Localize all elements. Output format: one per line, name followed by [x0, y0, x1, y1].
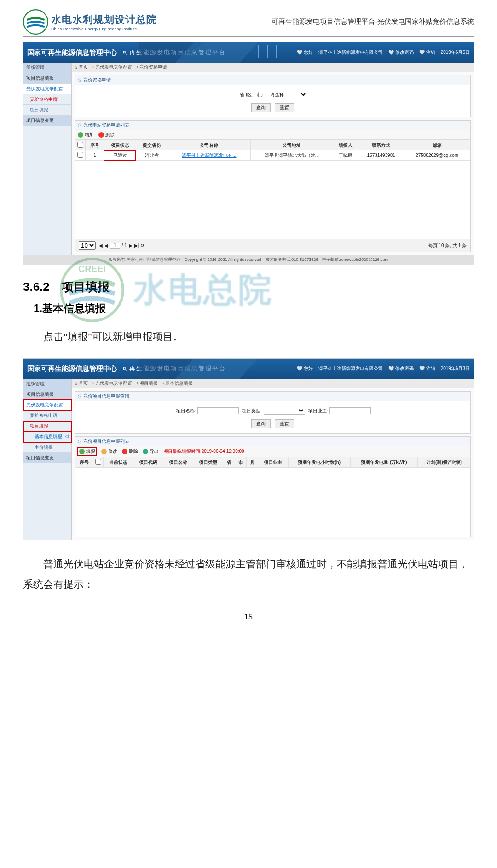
deadline: 项目最晚填报时间:2019-06-04 12:00:00: [163, 448, 244, 455]
change-password[interactable]: 修改密码: [388, 49, 414, 56]
breadcrumb: 首页 光伏发电竞争配置 项目填报 基本信息填报: [72, 379, 474, 388]
sidebar-item-active[interactable]: 光伏发电竞争配置: [23, 400, 71, 411]
project-owner-input[interactable]: [329, 407, 371, 414]
panel-title: 竞价项目信息申报列表: [75, 437, 470, 446]
date: 2019年6月5日: [441, 49, 470, 56]
result-table: 序号 当前状态 项目代码 项目名称 项目类型 省 市 县 项目业主 预期年发电小…: [75, 457, 470, 468]
status-cell: 已通过: [104, 150, 136, 161]
add-button[interactable]: 增加: [78, 132, 94, 138]
delete-button[interactable]: 删除: [122, 448, 138, 455]
pager: 10 |◀◀ / 1 ▶▶|⟳ 每页 10 条, 共 1 条: [75, 239, 470, 252]
watermark: CREEI 水电总院: [60, 258, 273, 322]
sidebar-item[interactable]: 电价填报: [23, 442, 71, 453]
sidebar-item[interactable]: 组织管理: [23, 63, 71, 73]
sidebar-item[interactable]: 项目信息变更: [23, 116, 71, 126]
select-all[interactable]: [95, 459, 101, 465]
logout[interactable]: 注销: [419, 365, 435, 372]
panel-title: 竞价资格申请: [75, 75, 470, 85]
province-label: 省 (区、市): [240, 92, 262, 97]
company: 滦平科士达新能源发电有限公司: [318, 49, 383, 56]
header-deco: [139, 42, 323, 63]
project-type-select[interactable]: [264, 407, 305, 415]
query-button[interactable]: 查询: [251, 419, 271, 428]
sidebar-item[interactable]: 项目填报: [23, 421, 71, 432]
sidebar-item[interactable]: 竞价资格申请: [23, 94, 71, 105]
screenshot-2: 国家可再生能源信息管理中心 可再生能源发电项目信息管理平台 您好 滦平科士达新能…: [23, 358, 474, 540]
fill-button[interactable]: 填报: [78, 448, 97, 455]
doc-header-title: 可再生能源发电项目信息管理平台-光伏发电国家补贴竞价信息系统: [157, 17, 474, 26]
svg-text:CREEI: CREEI: [78, 264, 106, 274]
company-link[interactable]: 滦平科士达新能源发电有...: [182, 153, 236, 158]
result-table: 序号 项目状态 提交省份 公司名称 公司地址 填报人 联系方式 邮箱 1: [75, 140, 470, 161]
sidebar: 组织管理 项目信息填报 光伏发电竞争配置 竞价资格申请 项目填报 项目信息变更: [23, 63, 72, 255]
screenshot-1: 国家可再生能源信息管理中心 可再生能源发电项目信息管理平台 您好 滦平科士达新能…: [23, 42, 474, 265]
sidebar-item[interactable]: 项目信息变更: [23, 453, 71, 463]
org-name-en: China Renewable Energy Engineering Insti…: [51, 27, 157, 31]
page-input[interactable]: [110, 243, 120, 249]
sidebar-item[interactable]: 项目填报: [23, 105, 71, 116]
org-name-cn: 水电水利规划设计总院: [51, 13, 157, 27]
row-checkbox[interactable]: [77, 152, 83, 158]
header-deco: [139, 359, 323, 379]
delete-button[interactable]: 删除: [98, 132, 115, 138]
change-password[interactable]: 修改密码: [388, 365, 414, 372]
breadcrumb: 首页 光伏发电竞争配置 竞价资格申请: [72, 63, 474, 72]
page-size[interactable]: 10: [79, 241, 96, 250]
body-text: 普通光伏电站企业竞价资格未经过省级能源主管部门审核通过时，不能填报普通光伏电站项…: [23, 554, 474, 595]
reset-button[interactable]: 重置: [275, 419, 294, 428]
sidebar-item[interactable]: 竞价资格申请: [23, 411, 71, 421]
select-all[interactable]: [77, 142, 83, 148]
logout[interactable]: 注销: [419, 49, 435, 56]
table-row: 1 已通过 河北省 滦平科士达新能源发电有... 滦平县滦平镇北大街（建... …: [75, 150, 470, 161]
reset-button[interactable]: 重置: [275, 103, 294, 112]
panel-title: 光伏电站资格申请列表: [75, 121, 470, 130]
app-title: 国家可再生能源信息管理中心: [27, 365, 117, 373]
modify-button[interactable]: 修改: [101, 448, 117, 455]
creei-logo: [23, 9, 48, 35]
province-select[interactable]: 请选择: [266, 91, 307, 98]
doc-header: 水电水利规划设计总院 China Renewable Energy Engine…: [23, 9, 474, 37]
sidebar-item[interactable]: 项目信息填报: [23, 389, 71, 400]
sidebar-item-active[interactable]: 光伏发电竞争配置: [23, 84, 71, 94]
export-button[interactable]: 导出: [143, 448, 159, 455]
sidebar-item[interactable]: 项目信息填报: [23, 73, 71, 84]
sidebar-item[interactable]: 组织管理: [23, 379, 71, 389]
project-name-input[interactable]: [197, 407, 239, 414]
page-number: 15: [23, 613, 474, 621]
body-text: 点击"填报"可以新增申报项目。: [23, 327, 474, 347]
app-title: 国家可再生能源信息管理中心: [27, 48, 117, 57]
sidebar-item[interactable]: 基本信息填报 ◁: [23, 432, 71, 442]
panel-title: 竞价项目信息申报查询: [75, 392, 470, 401]
query-button[interactable]: 查询: [251, 103, 271, 112]
